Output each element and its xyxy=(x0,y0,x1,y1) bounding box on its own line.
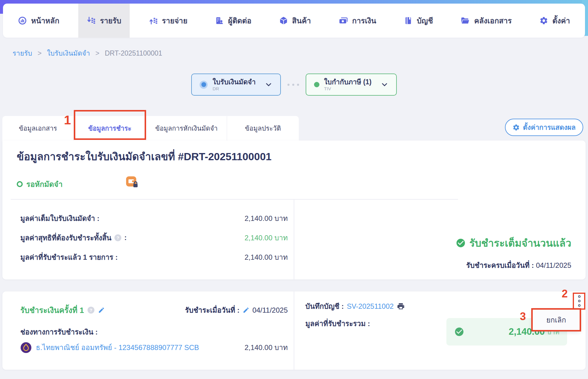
bank-account-label: ธ.ไทยพาณิชย์ ออมทรัพย์ - 123456788890777… xyxy=(36,342,199,353)
breadcrumb-current-doc: DRT-20251100001 xyxy=(105,49,162,57)
summary-row-net-value: มูลค่าสุทธิที่ต้องรับชำระทั้งสิ้น ? : 2,… xyxy=(20,231,288,244)
paid-in-full-label: รับชำระเต็มจำนวนแล้ว xyxy=(469,235,571,251)
tab-payment-info[interactable]: ข้อมูลการชำระ xyxy=(74,116,146,140)
summary-rows: มูลค่าเต็มใบรับเงินมัดจำ : 2,140.00 บาท … xyxy=(20,212,288,270)
page: หน้าหลัก รายรับ รายจ่าย ผู้ติดต่อ สินค้า… xyxy=(0,0,588,379)
check-circle-icon xyxy=(456,238,466,248)
tab-document-info[interactable]: ข้อมูลเอกสาร xyxy=(2,116,74,140)
workflow-step-code: DR xyxy=(212,86,255,91)
horizontal-divider xyxy=(11,199,458,200)
summary-row-label: มูลค่าสุทธิที่ต้องรับชำระทั้งสิ้น xyxy=(20,232,111,244)
bank-account-link[interactable]: ธ.ไทยพาณิชย์ ออมทรัพย์ - 123456788890777… xyxy=(20,342,199,353)
edit-pencil-icon[interactable] xyxy=(243,307,249,314)
cancel-menu-item[interactable]: ยกเลิก xyxy=(546,314,566,326)
status-dot-blue-icon xyxy=(200,81,208,89)
chevron-down-icon xyxy=(381,81,388,88)
bank-account-row: ธ.ไทยพาณิชย์ ออมทรัพย์ - 123456788890777… xyxy=(20,342,288,353)
payment-date-label: รับชำระเมื่อวันที่ : xyxy=(185,304,239,316)
chevron-down-icon xyxy=(265,81,272,88)
printer-icon[interactable] xyxy=(397,302,405,310)
summary-row-value: 2,140.00 บาท xyxy=(244,232,288,244)
more-actions-kebab-icon[interactable] xyxy=(575,295,584,307)
dashboard-icon xyxy=(18,16,27,25)
workflow-step-code: TIV xyxy=(324,86,372,91)
nav-item-home[interactable]: หน้าหลัก xyxy=(10,4,68,38)
payment-channel-label: ช่องทางการรับชำระเงิน : xyxy=(20,326,98,338)
nav-label: รายจ่าย xyxy=(162,15,187,27)
workflow-step-tax-invoice[interactable]: ใบกำกับภาษี (1) TIV xyxy=(306,74,397,96)
payment-date-group: รับชำระเมื่อวันที่ : 04/11/2025 xyxy=(185,304,288,316)
nav-label: การเงิน xyxy=(352,15,376,27)
nav-label: รายรับ xyxy=(100,15,121,27)
breadcrumb-deposit-receipt[interactable]: ใบรับเงินมัดจำ xyxy=(47,48,90,59)
breadcrumb-income[interactable]: รายรับ xyxy=(13,48,32,59)
nav-label: สินค้า xyxy=(292,15,311,27)
workflow-step-label: ใบรับเงินมัดจำ xyxy=(212,78,255,86)
total-received-label: มูลค่าที่รับชำระรวม : xyxy=(305,318,370,329)
nav-item-finance[interactable]: การเงิน xyxy=(330,4,385,38)
bank-amount: 2,140.00 บาท xyxy=(244,342,288,353)
status-dot-green-icon xyxy=(314,82,319,87)
journal-label: บันทึกบัญชี : xyxy=(305,300,344,312)
payment-round-header: รับชำระเงินครั้งที่ 1 ? รับชำระเมื่อวันท… xyxy=(20,304,288,316)
nav-label: หน้าหลัก xyxy=(31,15,59,27)
nav-label: คลังเอกสาร xyxy=(474,15,512,27)
summary-row-label: มูลค่าเต็มใบรับเงินมัดจำ : xyxy=(20,213,99,224)
journal-number-link[interactable]: SV-202511002 xyxy=(347,302,394,311)
paid-date-value: 04/11/2025 xyxy=(536,261,571,269)
workflow-step-label: ใบกำกับภาษี (1) xyxy=(324,78,372,86)
journal-entry-line: บันทึกบัญชี : SV-202511002 xyxy=(305,300,405,312)
display-settings-label: ตั้งค่าการแสดงผล xyxy=(523,122,575,133)
income-icon xyxy=(87,16,96,25)
tab-deposit-deduction-info[interactable]: ข้อมูลการหักเงินมัดจำ xyxy=(146,116,227,140)
summary-row-full-value: มูลค่าเต็มใบรับเงินมัดจำ : 2,140.00 บาท xyxy=(20,212,288,225)
nav-item-products[interactable]: สินค้า xyxy=(271,4,319,38)
summary-row-value: 2,140.00 บาท xyxy=(244,213,288,224)
summary-row-value: 2,140.00 บาท xyxy=(244,251,288,263)
expense-icon xyxy=(149,16,158,25)
paid-date-line: รับชำระครบเมื่อวันที่ : 04/11/2025 xyxy=(466,259,571,271)
help-icon[interactable]: ? xyxy=(114,234,121,241)
payment-summary-card: ข้อมูลการชำระใบรับเงินมัดจำเลขที่ #DRT-2… xyxy=(2,140,586,279)
products-icon xyxy=(279,16,288,25)
breadcrumb: รายรับ > ใบรับเงินมัดจำ > DRT-2025110000… xyxy=(13,48,162,59)
summary-row-paid-value: มูลค่าที่รับชำระแล้ว 1 รายการ : 2,140.00… xyxy=(20,250,288,264)
edit-pencil-icon[interactable] xyxy=(98,307,105,314)
workflow-step-deposit-receipt[interactable]: ใบรับเงินมัดจำ DR xyxy=(191,74,281,96)
nav-item-accounting[interactable]: บัญชี xyxy=(395,4,441,38)
accounting-icon xyxy=(404,16,413,25)
wallet-lock-icon xyxy=(125,176,139,190)
scb-bank-logo-icon xyxy=(20,342,32,353)
summary-row-label: มูลค่าที่รับชำระแล้ว 1 รายการ : xyxy=(20,251,118,263)
documents-icon xyxy=(460,16,470,25)
paid-date-label: รับชำระครบเมื่อวันที่ : xyxy=(466,261,536,269)
nav-item-documents[interactable]: คลังเอกสาร xyxy=(452,4,520,38)
breadcrumb-separator: > xyxy=(38,49,42,57)
colon: : xyxy=(124,233,127,242)
payment-round-title: รับชำระเงินครั้งที่ 1 xyxy=(20,304,84,316)
nav-item-expense[interactable]: รายจ่าย xyxy=(140,4,196,38)
nav-label: บัญชี xyxy=(417,15,433,27)
main-navbar: หน้าหลัก รายรับ รายจ่าย ผู้ติดต่อ สินค้า… xyxy=(3,4,585,38)
contacts-icon xyxy=(215,16,224,25)
payment-date-value: 04/11/2025 xyxy=(252,306,288,314)
payment-detail-card: รับชำระเงินครั้งที่ 1 ? รับชำระเมื่อวันท… xyxy=(2,291,586,370)
display-settings-button[interactable]: ตั้งค่าการแสดงผล xyxy=(505,119,583,136)
paid-in-full-status: รับชำระเต็มจำนวนแล้ว xyxy=(456,235,571,251)
tab-history-info[interactable]: ข้อมูลประวัติ xyxy=(227,116,299,140)
nav-item-settings[interactable]: ตั้งค่า xyxy=(531,4,578,38)
gear-icon xyxy=(512,124,520,131)
vertical-divider xyxy=(294,199,294,279)
tab-strip: ข้อมูลเอกสาร ข้อมูลการชำระ ข้อมูลการหักเ… xyxy=(2,116,299,140)
workflow-steps: ใบรับเงินมัดจำ DR ใบกำกับภาษี (1) TIV xyxy=(0,74,588,96)
nav-item-income[interactable]: รายรับ xyxy=(78,4,129,38)
vertical-divider xyxy=(294,291,294,370)
page-title: ข้อมูลการชำระใบรับเงินมัดจำเลขที่ #DRT-2… xyxy=(17,148,272,165)
nav-item-contacts[interactable]: ผู้ติดต่อ xyxy=(206,4,260,38)
status-ring-icon xyxy=(17,181,23,187)
status-label: รอหักมัดจำ xyxy=(26,178,62,190)
document-status: รอหักมัดจำ xyxy=(17,178,62,190)
breadcrumb-separator: > xyxy=(95,49,99,57)
help-icon[interactable]: ? xyxy=(88,307,94,314)
check-circle-icon xyxy=(454,327,464,337)
